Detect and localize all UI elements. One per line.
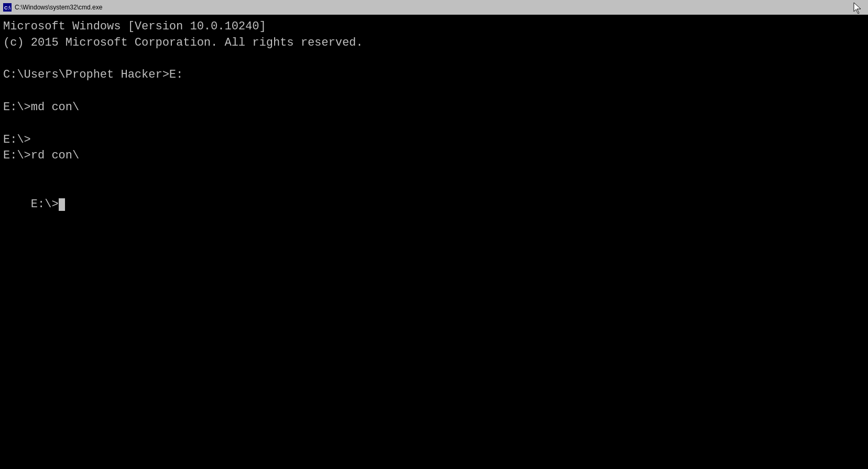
- terminal-body[interactable]: Microsoft Windows [Version 10.0.10240] (…: [0, 15, 868, 469]
- terminal-line-3: C:\Users\Prophet Hacker>E:: [3, 67, 865, 83]
- terminal-line-1: Microsoft Windows [Version 10.0.10240]: [3, 19, 865, 35]
- blank-line-3: [3, 116, 865, 132]
- svg-marker-2: [854, 3, 861, 14]
- title-bar-text: C:\Windows\system32\cmd.exe: [15, 4, 102, 11]
- svg-text:C:\: C:\: [4, 5, 10, 10]
- terminal-prompt-line: E:\>: [3, 180, 865, 229]
- title-bar-left: C:\ C:\Windows\system32\cmd.exe: [3, 3, 102, 12]
- terminal-line-5: E:\>: [3, 132, 865, 148]
- blank-line-1: [3, 51, 865, 68]
- terminal-prompt: E:\>: [31, 198, 59, 211]
- terminal-line-2: (c) 2015 Microsoft Corporation. All righ…: [3, 35, 865, 51]
- title-bar: C:\ C:\Windows\system32\cmd.exe: [0, 0, 868, 15]
- blank-line-2: [3, 83, 865, 100]
- terminal-line-4: E:\>md con\: [3, 100, 865, 116]
- cursor-blink: [59, 198, 65, 211]
- blank-line-4: [3, 164, 865, 180]
- mouse-cursor-icon: [852, 2, 863, 14]
- terminal-line-6: E:\>rd con\: [3, 148, 865, 164]
- cmd-icon: C:\: [3, 3, 12, 12]
